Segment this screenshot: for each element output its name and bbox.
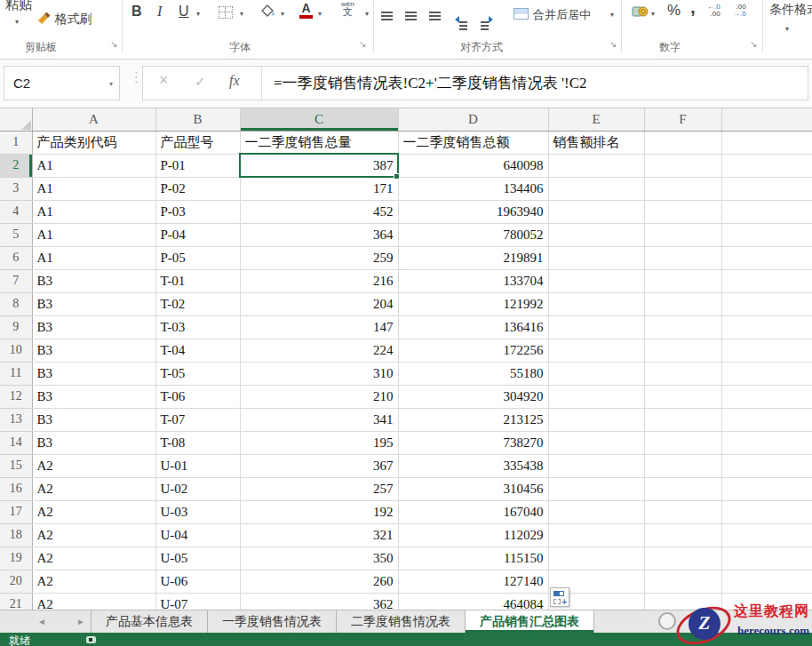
- cell-A1[interactable]: 产品类别代码: [32, 131, 155, 154]
- column-header-B[interactable]: B: [155, 108, 240, 131]
- insert-function-icon[interactable]: fx: [229, 73, 240, 89]
- cell-F6[interactable]: [644, 246, 721, 269]
- cell-E13[interactable]: [548, 408, 644, 431]
- italic-button[interactable]: I: [157, 4, 162, 20]
- cell-B1[interactable]: 产品型号: [155, 131, 240, 154]
- cell-E1[interactable]: 销售额排名: [548, 131, 644, 154]
- cell-blank[interactable]: [721, 362, 812, 385]
- underline-dropdown-icon[interactable]: ▾: [196, 10, 200, 18]
- cell-A2[interactable]: A1: [32, 154, 155, 177]
- cell-E15[interactable]: [548, 454, 644, 477]
- cell-D18[interactable]: 112029: [398, 523, 548, 546]
- cell-D16[interactable]: 310456: [398, 477, 548, 500]
- cell-A3[interactable]: A1: [32, 177, 155, 200]
- cell-blank[interactable]: [721, 477, 812, 500]
- row-header-17[interactable]: 17: [0, 500, 32, 523]
- underline-button[interactable]: U: [179, 4, 189, 20]
- cell-E5[interactable]: [548, 223, 644, 246]
- accounting-dropdown-icon[interactable]: ▾: [651, 10, 655, 18]
- cell-F17[interactable]: [644, 500, 721, 523]
- conditional-format-dropdown-icon[interactable]: ▾: [785, 25, 789, 33]
- cell-B17[interactable]: U-03: [155, 500, 240, 523]
- cell-F10[interactable]: [644, 339, 721, 362]
- cell-blank[interactable]: [721, 315, 812, 339]
- sheet-tab-二季度销售情况表[interactable]: 二季度销售情况表: [337, 610, 466, 633]
- cell-C20[interactable]: 260: [240, 570, 398, 593]
- new-sheet-button[interactable]: [658, 612, 676, 630]
- cell-A15[interactable]: A2: [32, 454, 155, 477]
- row-header-20[interactable]: 20: [0, 570, 32, 593]
- cell-B8[interactable]: T-02: [155, 292, 240, 315]
- cell-F5[interactable]: [644, 223, 721, 246]
- cell-blank[interactable]: [721, 200, 812, 223]
- name-box[interactable]: C2 ▾: [4, 66, 120, 100]
- cell-A17[interactable]: A2: [32, 500, 155, 523]
- cell-D8[interactable]: 121992: [398, 292, 548, 315]
- column-header-D[interactable]: D: [398, 108, 548, 131]
- cell-F1[interactable]: [644, 131, 721, 154]
- cell-F20[interactable]: [644, 570, 721, 593]
- name-box-dropdown-icon[interactable]: ▾: [109, 80, 113, 88]
- cell-D3[interactable]: 134406: [398, 177, 548, 200]
- cell-E16[interactable]: [548, 477, 644, 500]
- cell-blank[interactable]: [721, 131, 812, 154]
- increase-indent-icon[interactable]: [481, 11, 493, 27]
- cell-A21[interactable]: A2: [32, 593, 155, 610]
- enter-icon[interactable]: ✓: [195, 74, 206, 90]
- cell-blank[interactable]: [721, 500, 812, 523]
- cell-E12[interactable]: [548, 385, 644, 408]
- cell-C1[interactable]: 一二季度销售总量: [240, 131, 398, 154]
- cell-B6[interactable]: P-05: [155, 246, 240, 269]
- align-left-icon[interactable]: [381, 12, 393, 13]
- autofill-options-button[interactable]: +: [550, 587, 569, 607]
- align-right-icon[interactable]: [429, 12, 441, 13]
- increase-decimal-button[interactable]: ←.0 .00: [707, 4, 720, 18]
- cell-A19[interactable]: A2: [32, 546, 155, 570]
- cell-D4[interactable]: 1963940: [398, 200, 548, 223]
- row-header-7[interactable]: 7: [0, 269, 32, 292]
- cell-B18[interactable]: U-04: [155, 523, 240, 546]
- comma-style-button[interactable]: ,: [690, 0, 696, 18]
- cell-blank[interactable]: [721, 177, 812, 200]
- cell-C19[interactable]: 350: [240, 546, 398, 570]
- cell-D5[interactable]: 780052: [398, 223, 548, 246]
- align-center-icon[interactable]: [405, 12, 417, 13]
- fill-handle[interactable]: [394, 173, 400, 179]
- cell-C13[interactable]: 341: [240, 408, 398, 431]
- column-header-C[interactable]: C: [240, 108, 398, 131]
- row-header-1[interactable]: 1: [0, 131, 32, 154]
- cell-B20[interactable]: U-06: [155, 570, 240, 593]
- cell-blank[interactable]: [721, 385, 812, 408]
- bold-button[interactable]: B: [131, 4, 142, 20]
- cell-F3[interactable]: [644, 177, 721, 200]
- row-header-3[interactable]: 3: [0, 177, 32, 200]
- cell-blank[interactable]: [721, 292, 812, 315]
- cell-E2[interactable]: [548, 154, 644, 177]
- cell-D15[interactable]: 335438: [398, 454, 548, 477]
- cell-F14[interactable]: [644, 431, 721, 454]
- row-header-5[interactable]: 5: [0, 223, 32, 246]
- clipboard-dialog-launcher-icon[interactable]: ↘: [110, 39, 117, 49]
- sheet-tab-产品基本信息表[interactable]: 产品基本信息表: [91, 610, 208, 633]
- cell-E18[interactable]: [548, 523, 644, 546]
- borders-icon[interactable]: [219, 6, 233, 19]
- cell-blank[interactable]: [721, 431, 812, 454]
- cell-F4[interactable]: [644, 200, 721, 223]
- cell-E11[interactable]: [548, 362, 644, 385]
- row-header-10[interactable]: 10: [0, 339, 32, 362]
- cell-A9[interactable]: B3: [32, 315, 155, 339]
- cell-A8[interactable]: B3: [32, 292, 155, 315]
- cell-blank[interactable]: [721, 223, 812, 246]
- cell-B16[interactable]: U-02: [155, 477, 240, 500]
- cell-F15[interactable]: [644, 454, 721, 477]
- cell-F8[interactable]: [644, 292, 721, 315]
- cell-E17[interactable]: [548, 500, 644, 523]
- cell-C8[interactable]: 204: [240, 292, 398, 315]
- cell-E7[interactable]: [548, 269, 644, 292]
- cell-B3[interactable]: P-02: [155, 177, 240, 200]
- font-color-button[interactable]: A: [299, 2, 313, 19]
- row-header-15[interactable]: 15: [0, 454, 32, 477]
- cell-C11[interactable]: 310: [240, 362, 398, 385]
- row-header-9[interactable]: 9: [0, 315, 32, 339]
- row-header-19[interactable]: 19: [0, 546, 32, 570]
